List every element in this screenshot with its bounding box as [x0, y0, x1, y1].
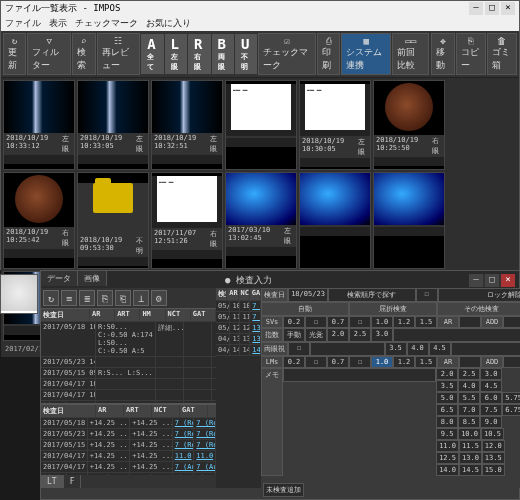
num-cell[interactable]: 14.0: [436, 464, 459, 476]
date-field[interactable]: 18/05/23: [288, 288, 328, 302]
num-cell[interactable]: 4.5: [480, 380, 502, 392]
list-item[interactable]: 05/15 09:0012.012.2513.5: [216, 323, 261, 334]
all-button[interactable]: A全て: [141, 34, 163, 74]
thumb-note-input[interactable]: [300, 158, 370, 167]
thumbnail[interactable]: ▂▂▂ ▂▂: [225, 80, 297, 170]
num-cell[interactable]: 10.0: [458, 428, 481, 440]
num-cell[interactable]: 8.5: [458, 416, 480, 428]
thumb-note-input[interactable]: [4, 155, 74, 164]
bv-ck[interactable]: ☐: [288, 342, 310, 356]
thumbnail[interactable]: 2018/10/19 10:25:42右眼: [3, 172, 75, 269]
unlock-button[interactable]: ロック解除: [438, 288, 521, 302]
thumbnail[interactable]: 2017/03/10 13:02:45左眼: [225, 172, 297, 269]
checkbox1[interactable]: ☐: [416, 288, 438, 302]
sub-list2-button[interactable]: ≣: [79, 290, 95, 306]
print-button[interactable]: ⎙印刷: [317, 33, 340, 75]
section-auto[interactable]: 自動: [261, 302, 349, 316]
tab-f[interactable]: F: [64, 475, 82, 488]
sub-list-button[interactable]: ≡: [61, 290, 77, 306]
l-ck2[interactable]: ☐: [349, 356, 371, 368]
num-cell[interactable]: 3.0: [480, 368, 502, 380]
list-item[interactable]: 2017/05/15 09:19R:S... L:S...: [41, 368, 216, 379]
num-cell[interactable]: 6.75: [502, 404, 520, 416]
exam-list[interactable]: 検査日ARARTHMNCTGAT2017/05/18 10:07R:S0... …: [41, 309, 216, 403]
sub-refresh-button[interactable]: ↻: [43, 290, 59, 306]
num-cell[interactable]: 4.0: [458, 380, 480, 392]
exam-list-lower[interactable]: 検査日ARARTNCTGAT2017/05/18 10:07+14.25 ...…: [41, 403, 216, 475]
sub-chart-button[interactable]: ⟂: [133, 290, 149, 306]
num-cell[interactable]: 12.5: [436, 452, 459, 464]
thumb-note-input[interactable]: [374, 227, 444, 236]
sub-close-button[interactable]: ×: [501, 274, 515, 287]
thumbnail[interactable]: [373, 172, 445, 269]
search-button[interactable]: ⌕検索: [72, 33, 95, 75]
thumb-note-input[interactable]: [152, 250, 222, 259]
sub-maximize-button[interactable]: □: [485, 274, 499, 287]
thumbnail[interactable]: ▂▂▂ ▂▂2018/10/19 10:30:05左眼: [299, 80, 371, 170]
r-ck1[interactable]: ☐: [305, 316, 327, 328]
thumbnail[interactable]: 2018/10/19 10:33:05左眼: [77, 80, 149, 170]
list-item[interactable]: 2017/05/15 09:19+14.25 ... -14.25+14.25 …: [41, 440, 216, 451]
list-item[interactable]: 04/17 10:0013.013.2513.5: [216, 334, 261, 345]
thumbnail[interactable]: ▂▂▂ ▂▂2017/11/07 12:51:26右眼: [151, 172, 223, 269]
num-cell[interactable]: 8.0: [436, 416, 458, 428]
thumbnail[interactable]: 2018/10/19 10:25:50右眼: [373, 80, 445, 170]
exam-sublist[interactable]: 検査日ARNCTGAT05/18 10:0010.010.07 (Ref)05/…: [216, 288, 261, 488]
list-item[interactable]: 2017/04/17 11:45+14.25 ... -14.25+14.25 …: [41, 451, 216, 462]
add-r-val[interactable]: [503, 316, 520, 328]
sub-minimize-button[interactable]: –: [469, 274, 483, 287]
r-val1[interactable]: 0.2: [283, 316, 305, 328]
num-cell[interactable]: 13.0: [459, 452, 482, 464]
thumbnail[interactable]: 2018/10/19 09:53:30不明: [77, 172, 149, 269]
list-item[interactable]: 2017/05/23 14:44+14.25 ... -14.25+14.25 …: [41, 429, 216, 440]
sub-copy-button[interactable]: ⎘: [97, 290, 113, 306]
num-cell[interactable]: 10.5: [481, 428, 504, 440]
num-cell[interactable]: 14.5: [459, 464, 482, 476]
num-cell[interactable]: 7.5: [480, 404, 502, 416]
num-cell[interactable]: 3.5: [436, 380, 458, 392]
list-item[interactable]: 05/18 10:0010.010.07 (Ref): [216, 301, 261, 312]
num-cell[interactable]: 6.0: [480, 392, 502, 404]
thumb-note-input[interactable]: [152, 155, 222, 164]
num-cell[interactable]: 15.0: [482, 464, 505, 476]
num-cell[interactable]: 9.5: [436, 428, 458, 440]
l-val2[interactable]: 0.7: [327, 356, 349, 368]
sel-10[interactable]: 1.0: [371, 356, 393, 368]
num-cell[interactable]: 7.0: [458, 404, 480, 416]
thumb-note-input[interactable]: [226, 138, 296, 147]
memo-field[interactable]: [283, 368, 436, 382]
list-item[interactable]: 2017/04/17 10:12: [41, 379, 216, 390]
search-order-button[interactable]: 検索順序で探す: [328, 288, 416, 302]
num-cell[interactable]: 11.0: [436, 440, 459, 452]
num-cell[interactable]: 2.0: [436, 368, 458, 380]
delete-button[interactable]: 🗑ゴミ箱: [487, 33, 517, 75]
maximize-button[interactable]: □: [485, 2, 499, 15]
lp-lbl[interactable]: 光覚: [305, 328, 327, 342]
menu-file[interactable]: ファイル: [5, 17, 41, 30]
compare-button[interactable]: ▭▭前回比較: [392, 33, 429, 75]
num-cell[interactable]: 5.0: [436, 392, 458, 404]
minimize-button[interactable]: –: [469, 2, 483, 15]
num-cell[interactable]: 2.5: [458, 368, 480, 380]
r-ck2[interactable]: ☐: [349, 316, 371, 328]
thumb-note-input[interactable]: [226, 247, 296, 256]
num-cell[interactable]: 13.5: [482, 452, 505, 464]
thumb-note-input[interactable]: [78, 257, 148, 266]
num-cell[interactable]: 5.75: [502, 392, 520, 404]
thumbnail[interactable]: 2018/10/19 10:33:12左眼: [3, 80, 75, 170]
section-ref[interactable]: 屈折検査: [349, 302, 437, 316]
close-button[interactable]: ×: [501, 2, 515, 15]
list-item[interactable]: 2017/05/18 10:07R:S0... C:-0.50 A:174 L:…: [41, 322, 216, 357]
section-other[interactable]: その他検査: [437, 302, 520, 316]
r-box[interactable]: [459, 316, 481, 328]
num-cell[interactable]: 12.0: [482, 440, 505, 452]
l-val1[interactable]: 0.2: [283, 356, 305, 368]
list-item[interactable]: 2017/04/17 11:28+14.25 ... -14.25+14.25 …: [41, 462, 216, 473]
cf-lbl[interactable]: 手動: [283, 328, 305, 342]
checkmark-button[interactable]: ☑チェックマーク: [258, 33, 315, 75]
preview-thumbnail[interactable]: [0, 274, 38, 314]
tab-image[interactable]: 画像: [78, 271, 107, 286]
col-15[interactable]: 1.5: [415, 316, 437, 328]
refresh-button[interactable]: ↻更新: [3, 33, 26, 75]
right-eye-button[interactable]: R右眼: [188, 34, 210, 74]
